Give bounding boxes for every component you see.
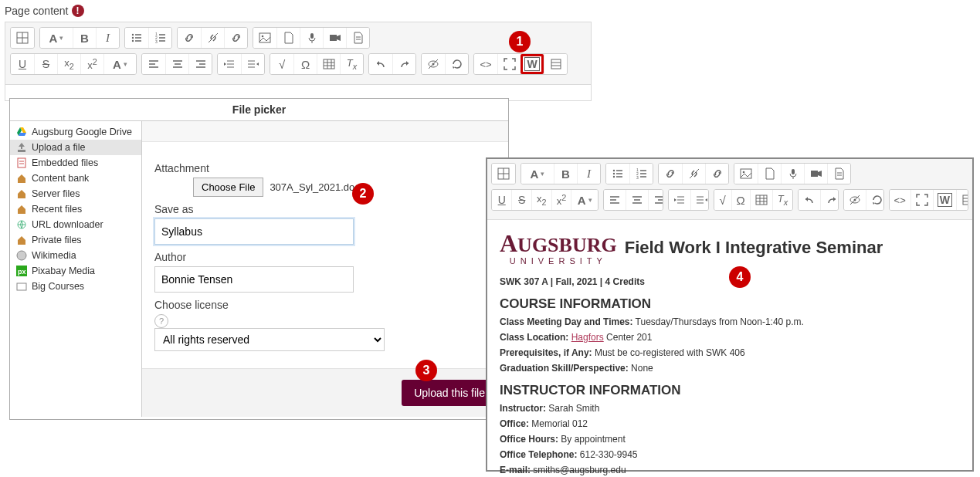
tb-A-button[interactable]: A [103, 54, 136, 74]
tb-mic-button[interactable] [781, 164, 804, 184]
tb-refresh-button[interactable] [866, 190, 884, 210]
tb-W-button[interactable]: W [933, 190, 956, 210]
author-input[interactable] [154, 266, 354, 293]
tb-file-button[interactable] [758, 164, 781, 184]
saveas-input[interactable] [154, 218, 354, 245]
tb-indL-button[interactable] [669, 190, 690, 210]
tb-unlink-button[interactable] [682, 164, 705, 184]
tb-doc-button[interactable] [827, 164, 850, 184]
tb-full-button[interactable] [910, 190, 933, 210]
tb-x2-button[interactable]: x2 [57, 54, 80, 74]
tb-indR-button[interactable] [241, 54, 264, 74]
tb-indL-button[interactable] [218, 54, 241, 74]
tb-U-button[interactable]: U [492, 190, 511, 210]
tb-omega-button[interactable]: Ω [293, 54, 317, 74]
tb-Tx-button[interactable]: Tx [772, 190, 792, 210]
tb-ac-button[interactable] [626, 190, 648, 210]
svg-rect-127 [963, 195, 968, 205]
tb-link-button[interactable] [224, 28, 247, 48]
tb-U-button[interactable]: U [11, 54, 34, 74]
repo-embedded[interactable]: Embedded files [10, 155, 141, 171]
tb-A-button[interactable]: A [571, 190, 598, 210]
tb-ul-button[interactable] [125, 28, 148, 48]
tb-grid-button[interactable] [492, 164, 515, 184]
tb-mic-button[interactable] [300, 28, 323, 48]
license-select[interactable]: All rights reserved [154, 328, 385, 351]
tb-file-button[interactable] [276, 28, 300, 48]
tb-al-button[interactable] [604, 190, 626, 210]
tb-ar-button[interactable] [648, 190, 663, 210]
tb-img-button[interactable] [253, 28, 276, 48]
tb-ul-button[interactable] [606, 164, 629, 184]
tb-link-button[interactable] [178, 28, 201, 48]
tb-grid-button[interactable] [11, 28, 34, 48]
tb-grid2-button[interactable] [956, 190, 968, 210]
tb-refresh-button[interactable] [445, 54, 468, 74]
tb-table-button[interactable] [317, 54, 340, 74]
svg-rect-52 [551, 59, 561, 69]
tb-ol-button[interactable]: 123 [148, 28, 171, 48]
repo-wikimedia[interactable]: Wikimedia [10, 248, 141, 263]
tb-grid2-button[interactable] [544, 54, 567, 74]
tb-undo-button[interactable] [369, 54, 392, 74]
office-line: Office: Memorial 012 [500, 418, 960, 429]
repo-private[interactable]: Private files [10, 232, 141, 248]
grad-line: Graduation Skill/Perspective: None [500, 363, 960, 374]
repo-recent[interactable]: Recent files [10, 201, 141, 217]
tb-eye-button[interactable] [844, 190, 866, 210]
tb-ac-button[interactable] [165, 54, 188, 74]
choose-file-button[interactable]: Choose File [193, 178, 263, 197]
repo-gdrive[interactable]: Augsburg Google Drive [10, 124, 141, 140]
tb-X2-button[interactable]: x2 [551, 190, 571, 210]
tb-sqrt-button[interactable]: √ [270, 54, 293, 74]
tb-undo-button[interactable] [799, 190, 820, 210]
tb-code-button[interactable]: <> [890, 190, 910, 210]
tb-W-button[interactable]: W [521, 54, 544, 74]
repo-pixabay[interactable]: pxPixabay Media [10, 263, 141, 279]
svg-rect-93 [792, 169, 795, 174]
tb-eye-button[interactable] [422, 54, 445, 74]
tb-link-button[interactable] [705, 164, 728, 184]
tb-sqrt-button[interactable]: √ [714, 190, 731, 210]
tb-video-button[interactable] [323, 28, 346, 48]
tb-B-button[interactable]: B [73, 28, 96, 48]
tb-A-button[interactable]: A [521, 164, 554, 184]
tb-img-button[interactable] [734, 164, 758, 184]
tb-doc-button[interactable] [346, 28, 369, 48]
svg-rect-58 [18, 150, 25, 152]
svg-point-78 [613, 170, 615, 171]
repo-url[interactable]: URL downloader [10, 217, 141, 232]
tb-I-button[interactable]: I [577, 164, 600, 184]
location-link[interactable]: Hagfors [571, 332, 604, 343]
tb-x2-button[interactable]: x2 [531, 190, 551, 210]
tb-redo-button[interactable] [392, 54, 415, 74]
repo-big[interactable]: Big Courses [10, 279, 141, 294]
tb-link-button[interactable] [659, 164, 682, 184]
repo-label: Private files [32, 235, 82, 245]
tb-al-button[interactable] [142, 54, 165, 74]
tb-indR-button[interactable] [690, 190, 709, 210]
tb-video-button[interactable] [804, 164, 827, 184]
repo-upload[interactable]: Upload a file [10, 140, 141, 155]
tb-code-button[interactable]: <> [474, 54, 497, 74]
tb-A-button[interactable]: A [40, 28, 73, 48]
upload-button[interactable]: Upload this file [402, 380, 497, 406]
tb-unlink-button[interactable] [201, 28, 224, 48]
tb-ar-button[interactable] [188, 54, 212, 74]
repo-server[interactable]: Server files [10, 186, 141, 201]
editor-toolbar: ABI123 USx2x2A√ΩTx<>W [5, 22, 592, 85]
tb-full-button[interactable] [497, 54, 521, 74]
tb-Tx-button[interactable]: Tx [340, 54, 363, 74]
tb-X2-button[interactable]: x2 [80, 54, 103, 74]
repo-label: Augsburg Google Drive [32, 127, 132, 137]
tb-table-button[interactable] [750, 190, 772, 210]
tb-ol-button[interactable]: 123 [629, 164, 653, 184]
tb-S-button[interactable]: S [34, 54, 57, 74]
tb-S-button[interactable]: S [511, 190, 531, 210]
help-icon[interactable]: ? [154, 314, 168, 328]
tb-B-button[interactable]: B [554, 164, 577, 184]
repo-contentbank[interactable]: Content bank [10, 171, 141, 186]
tb-redo-button[interactable] [820, 190, 839, 210]
tb-I-button[interactable]: I [96, 28, 119, 48]
tb-omega-button[interactable]: Ω [731, 190, 750, 210]
